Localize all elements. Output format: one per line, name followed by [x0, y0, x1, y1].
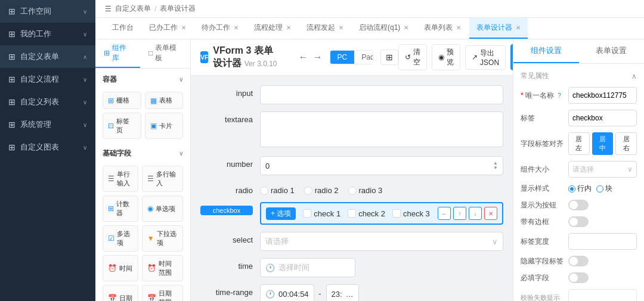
radio-item-3[interactable]: radio 3 — [348, 186, 383, 195]
undo-icon[interactable]: ← — [299, 52, 308, 63]
sidebar-item-customlist[interactable]: ⊞ 自定义列表 ∨ — [0, 91, 95, 113]
align-left-btn[interactable]: 居左 — [568, 132, 590, 155]
tab-close-formlist[interactable]: ✕ — [456, 24, 461, 31]
display-block-opt[interactable]: 块 — [596, 184, 612, 194]
breadcrumb-item-1: 自定义表单 — [115, 4, 151, 14]
sidebar-item-customform[interactable]: ⊞ 自定义表单 ∧ — [0, 45, 95, 68]
preview-btn[interactable]: ◉ 预览 — [432, 44, 460, 70]
tab-formlist[interactable]: 表单列表 ✕ — [417, 18, 468, 39]
right-tab-form-label: 表单设置 — [596, 46, 627, 55]
display-inline-opt[interactable]: 行内 — [568, 184, 592, 194]
sub-tab-library[interactable]: ⊞ 组件库 — [95, 39, 140, 68]
sidebar-item-workspace[interactable]: ⊞ 工作空间 ∨ — [0, 0, 95, 23]
tab-pad[interactable]: Pad — [354, 51, 373, 64]
prop-label-unique: * 唯一名称 ? — [521, 91, 568, 101]
textarea-icon: ☰ — [147, 175, 154, 183]
tab-startflow[interactable]: 启动流程(q1) ✕ — [352, 18, 416, 39]
tab-flowprocess[interactable]: 流程处理 ✕ — [247, 18, 298, 39]
required-toggle[interactable] — [568, 272, 589, 283]
row-time: time 🕐 选择时间 — [200, 258, 503, 277]
tab-pc[interactable]: PC — [330, 51, 355, 64]
hidelabel-toggle[interactable] — [568, 256, 589, 266]
comp-card[interactable]: ▣ 卡片 — [145, 113, 184, 139]
align-center-btn[interactable]: 居中 — [592, 132, 614, 155]
checkbox-item-3[interactable]: check 3 — [392, 209, 430, 218]
tab-flowstart[interactable]: 流程发起 ✕ — [299, 18, 351, 39]
tab-close-formdesigner[interactable]: ✕ — [516, 24, 521, 31]
prop-button-display-row: 显示为按钮 — [521, 200, 637, 210]
checkbox-item-2[interactable]: check 2 — [348, 209, 385, 218]
size-select[interactable]: 请选择 ∨ — [568, 161, 637, 178]
sub-tab-template[interactable]: □ 表单模板 — [140, 39, 190, 68]
border-toggle[interactable] — [568, 216, 589, 227]
tab-close-flowprocess[interactable]: ✕ — [286, 24, 291, 31]
checkbox-item-1[interactable]: check 1 — [303, 209, 340, 218]
validation-input[interactable] — [568, 289, 637, 301]
button-display-toggle[interactable] — [568, 200, 589, 210]
redo-icon[interactable]: → — [313, 52, 323, 63]
comp-time[interactable]: ⏰ 时间 — [103, 255, 138, 281]
time-end-field[interactable]: 23: … — [326, 284, 359, 301]
tab-close-startflow[interactable]: ✕ — [404, 24, 408, 31]
tab-formdesigner[interactable]: 表单设计器 ✕ — [469, 18, 528, 39]
tab-workspace[interactable]: 工作台 — [105, 18, 141, 39]
sidebar-item-customchart[interactable]: ⊞ 自定义图表 ∨ — [0, 136, 95, 159]
prop-label-align: 字段标签对齐 — [521, 139, 568, 149]
comp-date[interactable]: 📅 日期 — [103, 285, 138, 301]
tab-close-done[interactable]: ✕ — [181, 24, 186, 31]
sidebar-item-sysadmin[interactable]: ⊞ 系统管理 ∨ — [0, 113, 95, 136]
right-tab-component[interactable]: 组件设置 — [513, 39, 579, 63]
comp-timerange[interactable]: ⏰ 时间范围 — [142, 255, 183, 281]
spinner-down[interactable]: ▼ — [493, 166, 498, 170]
align-right-btn[interactable]: 居右 — [615, 132, 637, 155]
clear-btn[interactable]: ↺ 清空 — [398, 44, 427, 70]
comp-counter[interactable]: ⊞ 计数器 — [103, 196, 138, 222]
textarea-field[interactable] — [260, 111, 503, 147]
tab-close-todo[interactable]: ✕ — [234, 24, 239, 31]
layout-icon-btn[interactable]: ⊞ — [380, 49, 398, 65]
comp-grid[interactable]: ⊞ 栅格 — [103, 92, 141, 109]
tab-done[interactable]: 已办工作 ✕ — [142, 18, 193, 39]
unique-name-input[interactable] — [568, 87, 637, 104]
prop-label-row: 标签 — [521, 110, 637, 126]
right-tab-component-label: 组件设置 — [531, 46, 562, 55]
comp-checkbox[interactable]: ☑ 多选项 — [103, 225, 138, 252]
action-up[interactable]: ↑ — [453, 207, 466, 220]
tab-close-flowstart[interactable]: ✕ — [339, 24, 343, 31]
labelwidth-input[interactable] — [568, 233, 637, 250]
checkbox-actions: ← ↑ ↓ ✕ — [438, 207, 497, 220]
comp-textarea[interactable]: ☰ 多行输入 — [142, 166, 183, 192]
collapse-icon[interactable]: ∧ — [631, 72, 637, 80]
comp-radio[interactable]: ◉ 单选项 — [142, 196, 183, 222]
comp-tabs[interactable]: ⊡ 标签页 — [103, 113, 141, 139]
sidebar-item-mywork[interactable]: ⊞ 我的工作 ∨ — [0, 23, 95, 45]
comp-select[interactable]: ▼ 下拉选项 — [142, 225, 183, 252]
action-down[interactable]: ↓ — [469, 207, 482, 220]
action-delete[interactable]: ✕ — [484, 207, 497, 220]
export-json-btn[interactable]: ↗ 导出JSON — [465, 45, 506, 70]
comp-table[interactable]: ▦ 表格 — [145, 92, 184, 109]
input-field[interactable] — [260, 85, 503, 104]
comp-daterange[interactable]: 📅 日期范围 — [142, 285, 183, 301]
tab-todo[interactable]: 待办工作 ✕ — [194, 18, 246, 39]
help-icon[interactable]: ? — [558, 92, 561, 99]
timerange-icon: ⏰ — [147, 264, 156, 272]
form-version: Ver 3.0.10 — [244, 60, 277, 68]
radio-item-1[interactable]: radio 1 — [260, 186, 295, 195]
time-start-field[interactable]: 🕐 00:04:54 — [260, 284, 314, 301]
comp-input[interactable]: ☰ 单行输入 — [103, 166, 138, 192]
prop-required-row: 必填字段 — [521, 272, 637, 283]
number-field[interactable]: 0 ▲ ▼ — [260, 156, 503, 175]
action-prev[interactable]: ← — [438, 207, 451, 220]
radio-label-1: radio 1 — [271, 186, 295, 195]
select-field[interactable]: 请选择 ∨ — [260, 232, 503, 251]
sidebar-item-customflow[interactable]: ⊞ 自定义流程 ∨ — [0, 68, 95, 91]
label-input-field[interactable] — [568, 110, 637, 126]
add-option-btn[interactable]: + 选项 — [266, 207, 296, 220]
time-field[interactable]: 🕐 选择时间 — [260, 258, 355, 277]
counter-icon: ⊞ — [108, 204, 114, 213]
checkbox-label-3: check 3 — [403, 209, 430, 218]
radio-item-2[interactable]: radio 2 — [304, 186, 339, 195]
control-textarea — [260, 111, 503, 149]
right-tab-form[interactable]: 表单设置 — [579, 39, 645, 63]
